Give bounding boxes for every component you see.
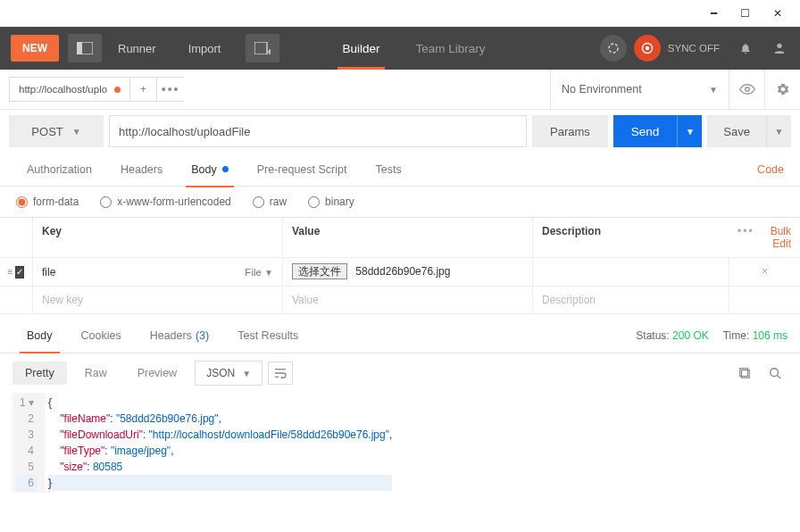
window-controls: ━ ☐ ✕ [0,0,800,27]
tab-body-label: Body [191,163,217,176]
new-value-input[interactable]: Value [282,287,532,313]
view-raw-button[interactable]: Raw [72,362,120,385]
row-description-input[interactable] [532,258,729,286]
resp-tab-tests[interactable]: Test Results [223,319,312,353]
tab-prerequest[interactable]: Pre-request Script [243,153,362,187]
send-button[interactable]: Send ▼ [613,115,703,147]
search-icon[interactable] [762,362,788,385]
kv-handle-head [0,218,32,257]
modified-dot-icon [222,166,229,172]
radio-binary[interactable]: binary [308,195,354,208]
radio-form-data[interactable]: form-data [16,195,79,208]
tab-body[interactable]: Body [177,153,243,187]
user-icon[interactable] [766,35,793,62]
environment-quicklook-icon[interactable] [729,70,764,109]
code-link[interactable]: Code [757,163,788,176]
notifications-icon[interactable] [732,35,759,62]
new-tab-icon[interactable] [246,34,279,62]
minimize-icon[interactable]: ━ [711,7,717,20]
save-dropdown-icon[interactable]: ▼ [766,115,791,147]
tab-builder[interactable]: Builder [324,27,397,70]
environment-row: http://localhost/uplo + ••• No Environme… [0,70,800,110]
send-button-label: Send [613,115,678,147]
request-tab-label: http://localhost/uplo [19,84,107,95]
save-button[interactable]: Save [707,115,766,147]
time-label: Time: [723,329,750,342]
response-tabs: Body Cookies Headers (3) Test Results St… [0,318,800,353]
url-input[interactable]: http://localhost/uploadFile [109,115,527,147]
add-tab-button[interactable]: + [130,77,157,102]
svg-point-9 [745,87,749,92]
tab-headers[interactable]: Headers [106,153,177,187]
status-label: Status: [636,329,669,342]
request-tabs: Authorization Headers Body Pre-request S… [0,153,800,187]
status-value: 200 OK [672,329,709,342]
request-row: POST ▼ http://localhost/uploadFile Param… [0,110,800,153]
resp-tab-body[interactable]: Body [12,319,67,353]
svg-point-5 [609,44,618,53]
new-button[interactable]: NEW [11,35,59,62]
new-description-input[interactable]: Description [532,287,729,313]
maximize-icon[interactable]: ☐ [740,7,750,20]
chevron-down-icon: ▼ [242,369,251,378]
choose-file-button[interactable]: 选择文件 [292,263,347,279]
tab-authorization[interactable]: Authorization [12,153,106,187]
import-button[interactable]: Import [172,27,238,70]
table-row: New key Value Description [0,287,800,314]
radio-raw[interactable]: raw [253,195,287,208]
new-key-input[interactable]: New key [32,287,282,313]
line-gutter: 1 ▾23456 [12,393,45,493]
sync-status-label: SYNC OFF [668,43,720,54]
environment-select[interactable]: No Environment ▼ [550,70,729,109]
resp-tab-headers[interactable]: Headers (3) [136,319,224,353]
copy-icon[interactable] [732,362,757,385]
kv-options-icon[interactable]: ••• [738,225,754,250]
headers-count: (3) [196,329,209,342]
method-select[interactable]: POST ▼ [9,115,104,147]
runner-button[interactable]: Runner [102,27,172,70]
response-body[interactable]: 1 ▾23456 { "fileName": "58ddd26b90e76.jp… [0,393,800,493]
viewer-toolbar: Pretty Raw Preview JSON▼ [0,353,800,393]
row-type-select[interactable]: File ▼ [245,267,273,278]
svg-rect-1 [77,42,82,54]
format-select[interactable]: JSON▼ [195,361,262,386]
table-row: ≡✓ file File ▼ 选择文件 58ddd26b90e76.jpg × [0,258,800,287]
sync-icon[interactable] [634,35,661,62]
svg-rect-2 [254,42,267,54]
send-dropdown-icon[interactable]: ▼ [677,115,702,147]
tab-tests[interactable]: Tests [361,153,415,187]
view-pretty-button[interactable]: Pretty [12,362,67,385]
method-label: POST [31,125,62,138]
manage-environments-icon[interactable] [764,70,800,109]
row-delete-icon[interactable]: × [729,258,800,286]
row-key-input[interactable]: file [42,266,55,278]
request-tab[interactable]: http://localhost/uplo [9,77,130,102]
interceptor-icon[interactable] [600,35,627,62]
resp-tab-cookies[interactable]: Cookies [67,319,136,353]
time-value: 106 ms [753,329,788,342]
view-preview-button[interactable]: Preview [125,362,189,385]
bulk-edit-link[interactable]: Bulk Edit [763,225,791,250]
tab-options-icon[interactable]: ••• [157,77,184,102]
close-icon[interactable]: ✕ [773,7,782,20]
params-button[interactable]: Params [532,115,608,147]
kv-head-key: Key [32,218,282,257]
toggle-sidebar-icon[interactable] [68,34,102,62]
row-enable-checkbox[interactable]: ≡✓ [0,258,32,286]
svg-point-14 [771,369,779,377]
top-toolbar: NEW Runner Import Builder Team Library S… [0,27,800,70]
environment-selected-label: No Environment [562,83,642,96]
chevron-down-icon: ▼ [709,85,718,95]
unsaved-dot-icon [114,87,121,93]
wrap-lines-icon[interactable] [268,362,293,385]
kv-table: Key Value Description ••• Bulk Edit ≡✓ f… [0,217,800,314]
tab-team-library[interactable]: Team Library [398,27,504,70]
svg-line-15 [778,376,781,379]
chosen-filename: 58ddd26b90e76.jpg [355,265,450,278]
chevron-down-icon: ▼ [72,127,81,137]
kv-head-value: Value [282,218,532,257]
radio-urlencoded[interactable]: x-www-form-urlencoded [100,195,230,208]
chevron-down-icon: ▼ [264,268,273,278]
svg-point-8 [777,44,781,48]
svg-point-7 [646,46,649,50]
